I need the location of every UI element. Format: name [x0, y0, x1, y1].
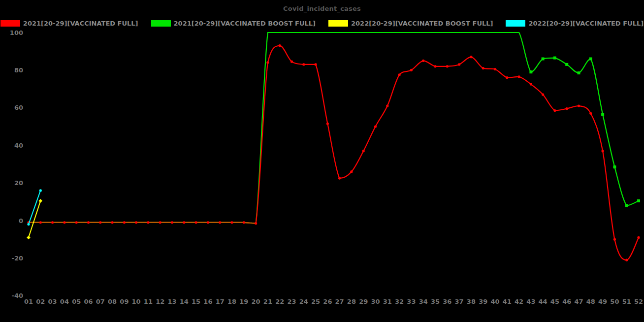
- data-point-2021-20-29-vaccinated-full: [470, 56, 472, 58]
- x-axis-tick-label: 46: [562, 298, 571, 305]
- series-line-2021-20-29-vaccinated-boost-full: [29, 32, 639, 224]
- x-axis-tick-label: 18: [227, 298, 236, 305]
- x-axis-tick-label: 41: [503, 298, 512, 305]
- data-point-2021-20-29-vaccinated-full: [243, 221, 245, 224]
- data-point-2021-20-29-vaccinated-full: [302, 63, 305, 65]
- x-axis-tick-label: 15: [192, 298, 200, 305]
- chart-legend: 2021[20-29][VACCINATED FULL]2021[20-29][…: [0, 20, 644, 27]
- x-axis-tick-label: 01: [24, 298, 33, 305]
- data-point-2021-20-29-vaccinated-full: [315, 63, 317, 65]
- legend-label: 2021[20-29][VACCINATED FULL]: [23, 20, 138, 27]
- data-point-2021-20-29-vaccinated-full: [434, 65, 436, 67]
- x-axis-tick-label: 04: [60, 298, 69, 305]
- legend-swatch: [506, 20, 525, 27]
- legend-swatch: [328, 20, 348, 27]
- x-axis-tick-label: 10: [132, 298, 141, 305]
- data-point-2021-20-29-vaccinated-full: [374, 125, 377, 128]
- x-axis-tick-label: 37: [455, 298, 464, 305]
- data-point-2021-20-29-vaccinated-full: [625, 259, 628, 261]
- series-line-overlap-red-green: [29, 223, 256, 224]
- data-point-2021-20-29-vaccinated-full: [230, 221, 233, 224]
- data-point-2021-20-29-vaccinated-full: [410, 69, 413, 71]
- legend-label: 2022[20-29][VACCINATED BOOST FULL]: [351, 20, 493, 27]
- data-point-2021-20-29-vaccinated-full: [386, 104, 388, 107]
- legend-item-2021-20-29-vaccinated-boost-full[interactable]: 2021[20-29][VACCINATED BOOST FULL]: [151, 20, 316, 27]
- data-point-2021-20-29-vaccinated-boost-full: [601, 113, 604, 116]
- data-point-2021-20-29-vaccinated-full: [123, 221, 126, 224]
- data-point-2021-20-29-vaccinated-full: [553, 109, 556, 112]
- data-point-2021-20-29-vaccinated-full: [159, 221, 161, 224]
- y-axis-tick-label: 0: [19, 217, 23, 225]
- data-point-2021-20-29-vaccinated-full: [87, 221, 90, 224]
- data-point-2021-20-29-vaccinated-full: [338, 177, 341, 180]
- x-axis-tick-label: 34: [419, 298, 428, 305]
- y-axis-tick-label: 80: [14, 66, 23, 74]
- data-point-2021-20-29-vaccinated-full: [637, 236, 640, 239]
- x-axis-tick-label: 24: [299, 298, 308, 305]
- x-axis-tick-label: 11: [144, 298, 153, 305]
- data-point-2021-20-29-vaccinated-boost-full: [625, 204, 628, 207]
- data-point-2021-20-29-vaccinated-boost-full: [553, 57, 556, 60]
- data-point-2021-20-29-vaccinated-boost-full: [529, 70, 532, 73]
- data-point-2021-20-29-vaccinated-full: [398, 73, 401, 76]
- data-point-2021-20-29-vaccinated-full: [362, 150, 365, 152]
- x-axis-tick-label: 29: [359, 298, 368, 305]
- data-point-2021-20-29-vaccinated-full: [279, 44, 281, 47]
- x-axis-tick-label: 50: [610, 298, 619, 305]
- data-point-2021-20-29-vaccinated-full: [602, 150, 604, 152]
- data-point-2021-20-29-vaccinated-full: [566, 107, 568, 110]
- data-point-2021-20-29-vaccinated-full: [266, 62, 269, 64]
- x-axis-tick-label: 14: [180, 298, 189, 305]
- legend-label: 2021[20-29][VACCINATED BOOST FULL]: [174, 20, 316, 27]
- data-point-2021-20-29-vaccinated-boost-full: [613, 165, 616, 168]
- x-axis-tick-label: 08: [108, 298, 117, 305]
- legend-item-2021-20-29-vaccinated-full[interactable]: 2021[20-29][VACCINATED FULL]: [0, 20, 138, 27]
- data-point-2021-20-29-vaccinated-full: [75, 221, 78, 224]
- x-axis-tick-label: 30: [371, 298, 380, 305]
- x-axis-tick-label: 32: [395, 298, 404, 305]
- legend-item-2022-20-29-vaccinated-boost-full[interactable]: 2022[20-29][VACCINATED BOOST FULL]: [328, 20, 493, 27]
- x-axis-tick-label: 47: [574, 298, 583, 305]
- x-axis-tick-label: 44: [539, 298, 547, 305]
- x-axis-tick-label: 51: [622, 298, 631, 305]
- x-axis-tick-label: 42: [515, 298, 523, 305]
- data-point-2021-20-29-vaccinated-full: [290, 61, 293, 63]
- x-axis-tick-label: 20: [252, 298, 260, 305]
- data-point-2021-20-29-vaccinated-boost-full: [589, 58, 592, 61]
- x-axis-tick-label: 16: [203, 298, 212, 305]
- data-point-2021-20-29-vaccinated-full: [458, 63, 460, 65]
- x-axis-tick-label: 27: [335, 298, 344, 305]
- data-point-2021-20-29-vaccinated-full: [589, 112, 592, 115]
- data-point-2021-20-29-vaccinated-full: [195, 221, 197, 224]
- data-point-2021-20-29-vaccinated-full: [39, 221, 42, 224]
- x-axis-tick-label: 09: [120, 298, 129, 305]
- y-axis-tick-label: -40: [12, 292, 24, 299]
- legend-swatch: [151, 20, 171, 27]
- x-axis-tick-label: 12: [156, 298, 164, 305]
- data-point-2021-20-29-vaccinated-full: [183, 221, 185, 224]
- data-point-2021-20-29-vaccinated-boost-full: [542, 58, 545, 61]
- data-point-2021-20-29-vaccinated-full: [207, 221, 209, 224]
- y-axis-tick-label: 20: [14, 179, 23, 187]
- x-axis-tick-label: 19: [239, 298, 248, 305]
- data-point-2021-20-29-vaccinated-full: [578, 104, 580, 107]
- data-point-2021-20-29-vaccinated-full: [518, 75, 520, 78]
- data-point-2021-20-29-vaccinated-full: [350, 170, 353, 173]
- y-axis-tick-label: 100: [10, 29, 23, 36]
- data-point-2022-20-29-vaccinated-full: [39, 189, 42, 192]
- data-point-2021-20-29-vaccinated-full: [63, 221, 65, 224]
- data-point-2021-20-29-vaccinated-full: [446, 65, 449, 67]
- legend-label: 2022[20-29][VACCINATED FULL]: [528, 20, 644, 27]
- data-point-2021-20-29-vaccinated-full: [111, 221, 114, 224]
- chart-container: 100806040200-20-400102030405060708091011…: [0, 0, 644, 322]
- legend-item-2022-20-29-vaccinated-full[interactable]: 2022[20-29][VACCINATED FULL]: [506, 20, 644, 27]
- x-axis-tick-label: 52: [634, 298, 643, 305]
- x-axis-tick-label: 43: [526, 298, 535, 305]
- data-point-2021-20-29-vaccinated-boost-full: [565, 63, 568, 66]
- data-point-2021-20-29-vaccinated-full: [422, 60, 424, 62]
- data-point-2021-20-29-vaccinated-boost-full: [637, 199, 640, 202]
- x-axis-tick-label: 21: [263, 298, 272, 305]
- x-axis-tick-label: 39: [479, 298, 487, 305]
- x-axis-tick-label: 17: [216, 298, 225, 305]
- x-axis-tick-label: 36: [443, 298, 451, 305]
